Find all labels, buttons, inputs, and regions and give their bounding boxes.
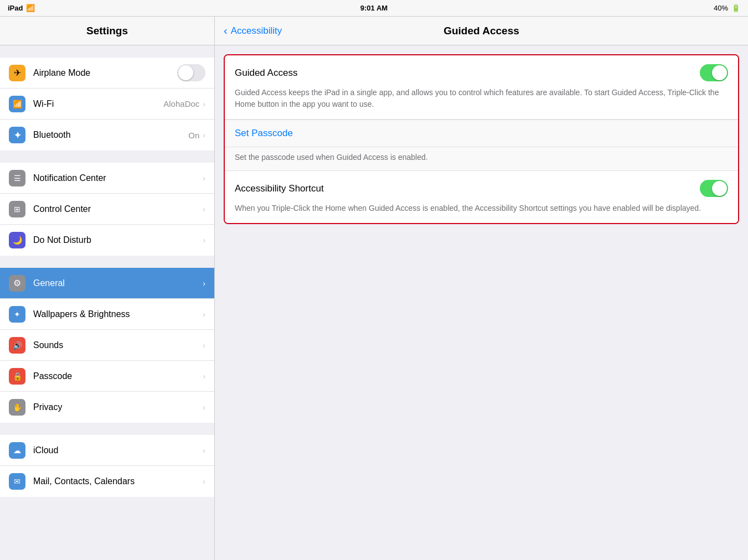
privacy-chevron-icon: ›	[203, 403, 205, 412]
sidebar-item-control-center[interactable]: ⊞ Control Center ›	[0, 194, 214, 225]
sounds-icon: 🔊	[9, 337, 25, 354]
wifi-label: Wi-Fi	[33, 99, 163, 109]
status-left: iPad 📶	[8, 4, 35, 12]
passcode-label: Passcode	[33, 371, 203, 381]
bluetooth-chevron-icon: ›	[203, 131, 205, 139]
back-chevron-icon: ‹	[224, 24, 228, 37]
wifi-icon: 📶	[9, 96, 25, 112]
back-button[interactable]: ‹ Accessibility	[224, 24, 282, 37]
settings-title: Settings	[86, 25, 128, 37]
bluetooth-icon: ✦	[9, 127, 25, 143]
passcode-chevron-icon: ›	[203, 372, 205, 381]
app-header: Settings ‹ Accessibility Guided Access	[0, 17, 748, 45]
back-label: Accessibility	[231, 25, 282, 37]
sidebar-item-wifi[interactable]: 📶 Wi-Fi AlohaDoc ›	[0, 89, 214, 120]
main-layout: ✈ Airplane Mode 📶 Wi-Fi AlohaDoc › ✦ Blu…	[0, 45, 748, 560]
accessibility-shortcut-knob	[712, 181, 727, 196]
privacy-icon: ✋	[9, 399, 25, 416]
guided-access-description: Guided Access keeps the iPad in a single…	[235, 87, 728, 110]
wallpapers-label: Wallpapers & Brightness	[33, 309, 203, 319]
guided-access-row: Guided Access Guided Access keeps the iP…	[225, 55, 738, 119]
header-left: Settings	[0, 17, 215, 45]
set-passcode-description: Set the passcode used when Guided Access…	[235, 153, 728, 162]
section-gap-4	[0, 423, 214, 435]
general-icon: ⚙	[9, 275, 25, 292]
wallpapers-icon: ✦	[9, 306, 25, 323]
sidebar-item-sounds[interactable]: 🔊 Sounds ›	[0, 330, 214, 361]
airplane-mode-knob	[178, 65, 193, 80]
set-passcode-row[interactable]: Set Passcode	[225, 120, 738, 147]
wifi-icon: 📶	[26, 4, 35, 12]
sidebar: ✈ Airplane Mode 📶 Wi-Fi AlohaDoc › ✦ Blu…	[0, 45, 215, 560]
airplane-mode-icon: ✈	[9, 65, 25, 81]
sidebar-item-wallpapers[interactable]: ✦ Wallpapers & Brightness ›	[0, 299, 214, 330]
sidebar-group-2: ☰ Notification Center › ⊞ Control Center…	[0, 163, 214, 256]
accessibility-shortcut-toggle[interactable]	[700, 180, 728, 197]
control-center-icon: ⊞	[9, 201, 25, 217]
sidebar-item-passcode[interactable]: 🔒 Passcode ›	[0, 361, 214, 392]
do-not-disturb-chevron-icon: ›	[203, 236, 205, 245]
guided-access-title: Guided Access	[235, 68, 297, 79]
section-gap-2	[0, 151, 214, 163]
notification-center-label: Notification Center	[33, 173, 203, 183]
do-not-disturb-icon: 🌙	[9, 232, 25, 248]
icloud-icon: ☁	[9, 442, 25, 459]
sidebar-item-airplane-mode[interactable]: ✈ Airplane Mode	[0, 58, 214, 89]
accessibility-shortcut-header: Accessibility Shortcut	[235, 180, 728, 197]
accessibility-shortcut-title: Accessibility Shortcut	[235, 183, 324, 194]
section-gap-3	[0, 256, 214, 268]
sidebar-item-mail-contacts[interactable]: ✉ Mail, Contacts, Calendars ›	[0, 466, 214, 497]
wifi-chevron-icon: ›	[203, 100, 205, 108]
do-not-disturb-label: Do Not Disturb	[33, 235, 203, 245]
status-right: 40% 🔋	[714, 4, 740, 12]
device-name: iPad	[8, 4, 23, 12]
wallpapers-chevron-icon: ›	[203, 310, 205, 319]
sidebar-item-bluetooth[interactable]: ✦ Bluetooth On ›	[0, 120, 214, 151]
control-center-label: Control Center	[33, 204, 203, 214]
header-right: ‹ Accessibility Guided Access	[215, 17, 748, 45]
sidebar-item-privacy[interactable]: ✋ Privacy ›	[0, 392, 214, 423]
sounds-chevron-icon: ›	[203, 341, 205, 350]
control-center-chevron-icon: ›	[203, 205, 205, 214]
sidebar-group-3: ⚙ General › ✦ Wallpapers & Brightness › …	[0, 268, 214, 423]
mail-contacts-chevron-icon: ›	[203, 477, 205, 486]
privacy-label: Privacy	[33, 402, 203, 412]
bluetooth-label: Bluetooth	[33, 130, 188, 140]
notification-center-icon: ☰	[9, 170, 25, 186]
accessibility-shortcut-row: Accessibility Shortcut When you Triple-C…	[225, 171, 738, 223]
sidebar-item-do-not-disturb[interactable]: 🌙 Do Not Disturb ›	[0, 225, 214, 256]
sounds-label: Sounds	[33, 340, 203, 350]
status-time: 9:01 AM	[360, 4, 388, 12]
icloud-chevron-icon: ›	[203, 446, 205, 455]
mail-contacts-label: Mail, Contacts, Calendars	[33, 476, 203, 486]
set-passcode-link[interactable]: Set Passcode	[235, 128, 293, 138]
general-chevron-icon: ›	[203, 279, 205, 288]
guided-access-header: Guided Access	[235, 64, 728, 81]
passcode-icon: 🔒	[9, 368, 25, 385]
sidebar-item-icloud[interactable]: ☁ iCloud ›	[0, 435, 214, 466]
airplane-mode-label: Airplane Mode	[33, 68, 177, 78]
battery-level: 40%	[714, 4, 728, 12]
guided-access-card: Guided Access Guided Access keeps the iP…	[224, 54, 739, 224]
battery-icon: 🔋	[731, 4, 740, 12]
sidebar-item-notification-center[interactable]: ☰ Notification Center ›	[0, 163, 214, 194]
sidebar-item-general[interactable]: ⚙ General ›	[0, 268, 214, 299]
wifi-value: AlohaDoc	[163, 99, 199, 108]
passcode-desc-row: Set the passcode used when Guided Access…	[225, 147, 738, 170]
page-title: Guided Access	[443, 25, 519, 37]
section-gap-1	[0, 45, 214, 58]
airplane-mode-toggle[interactable]	[177, 64, 205, 81]
sidebar-group-1: ✈ Airplane Mode 📶 Wi-Fi AlohaDoc › ✦ Blu…	[0, 58, 214, 151]
accessibility-shortcut-description: When you Triple-Click the Home when Guid…	[235, 203, 728, 214]
sidebar-group-4: ☁ iCloud › ✉ Mail, Contacts, Calendars ›	[0, 435, 214, 497]
icloud-label: iCloud	[33, 445, 203, 455]
general-label: General	[33, 278, 203, 288]
guided-access-toggle-knob	[712, 65, 727, 80]
content-area: Guided Access Guided Access keeps the iP…	[215, 45, 748, 560]
status-bar: iPad 📶 9:01 AM 40% 🔋	[0, 0, 748, 17]
notification-center-chevron-icon: ›	[203, 174, 205, 183]
guided-access-toggle[interactable]	[700, 64, 728, 81]
bluetooth-value: On	[188, 131, 199, 140]
mail-contacts-icon: ✉	[9, 473, 25, 490]
